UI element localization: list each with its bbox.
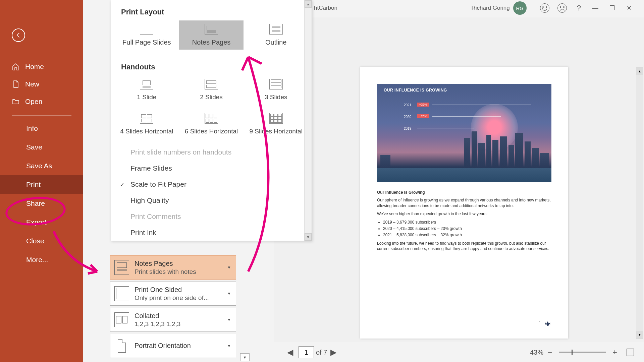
user-avatar[interactable]: RG — [513, 1, 527, 15]
nav-open-label: Open — [25, 98, 42, 106]
slide-skyline — [377, 128, 551, 168]
nav-open[interactable]: Open — [0, 93, 83, 110]
setting-sided-dropdown[interactable]: Print One Sided Only print on one side o… — [110, 282, 236, 306]
chevron-down-icon: ▼ — [227, 291, 231, 296]
handout-2-icon — [205, 79, 218, 89]
chevron-down-icon: ▼ — [227, 317, 231, 322]
fit-to-window-button[interactable] — [627, 349, 634, 356]
prev-page-button[interactable]: ◀ — [287, 348, 293, 357]
option-print-comments: Print Comments — [111, 208, 312, 225]
notes-title: Our Influence Is Growing — [377, 190, 551, 195]
chevron-down-icon: ▼ — [227, 344, 231, 348]
settings-expand-button[interactable]: ▼ — [240, 353, 250, 361]
scroll-up-icon[interactable]: ▲ — [305, 0, 312, 8]
print-preview-area: OUR INFLUENCE IS GROWING 2021 +32% 2020 … — [274, 17, 644, 342]
outline-icon — [269, 24, 283, 35]
notes-pages-icon — [114, 260, 129, 275]
section-print-layout: Print Layout — [111, 0, 312, 20]
option-label: Full Page Slides — [122, 39, 171, 46]
scroll-down-icon[interactable]: ▼ — [636, 331, 643, 338]
minimize-button[interactable]: — — [587, 5, 604, 12]
page-footer: 1 — [377, 319, 551, 327]
notes-bullet: 2019 – 3,679,000 subscribers — [383, 220, 551, 225]
collated-icon — [114, 312, 129, 327]
option-2-slides[interactable]: 2 Slides — [179, 75, 244, 104]
next-page-button[interactable]: ▶ — [330, 348, 336, 357]
setting-subtitle: Only print on one side of... — [135, 294, 232, 302]
setting-orientation-dropdown[interactable]: Portrait Orientation ▼ — [110, 334, 236, 358]
page-total-label: of 7 — [316, 349, 327, 356]
handout-9-icon — [269, 113, 283, 124]
backstage-sidebar: Home New Open Info Save Save As Print Sh… — [0, 0, 83, 362]
slide-badge-2020: +20% — [417, 114, 429, 118]
option-notes-pages[interactable]: Notes Pages — [179, 20, 244, 50]
help-button[interactable]: ? — [577, 4, 581, 12]
option-print-slide-numbers: Print slide numbers on handouts — [111, 144, 312, 160]
username-label: Richard Goring — [471, 5, 509, 11]
zoom-slider-thumb[interactable] — [572, 350, 573, 355]
nav-more[interactable]: More... — [0, 250, 83, 269]
print-settings-column: Notes Pages Print slides with notes ▼ Pr… — [110, 255, 236, 360]
setting-collated-dropdown[interactable]: Collated 1,2,3 1,2,3 1,2,3 ▼ — [110, 308, 236, 332]
portrait-icon — [114, 339, 129, 353]
preview-scrollbar[interactable]: ▲ ▼ — [636, 67, 643, 339]
zoom-in-button[interactable]: + — [612, 348, 617, 357]
restore-button[interactable]: ❐ — [604, 4, 621, 12]
setting-title: Collated — [135, 312, 232, 320]
nav-divider — [12, 115, 71, 116]
notes-paragraph: Our sphere of influence is growing as we… — [377, 197, 551, 209]
slide-title-text: OUR INFLUENCE IS GROWING — [384, 88, 447, 93]
option-high-quality[interactable]: High Quality — [111, 192, 312, 208]
option-full-page-slides[interactable]: Full Page Slides — [114, 20, 179, 50]
option-4-slides-h[interactable]: 4 Slides Horizontal — [114, 110, 179, 138]
feedback-sad-icon[interactable] — [557, 3, 567, 13]
nav-export[interactable]: Export — [0, 213, 83, 232]
setting-subtitle: Print slides with notes — [135, 268, 232, 276]
setting-layout-dropdown[interactable]: Notes Pages Print slides with notes ▼ — [110, 255, 236, 280]
handout-1-icon — [140, 79, 153, 89]
setting-title: Portrait Orientation — [135, 342, 232, 350]
document-title-fragment: htCarbon — [314, 5, 337, 11]
zoom-out-button[interactable]: − — [547, 348, 552, 357]
slide-thumbnail: OUR INFLUENCE IS GROWING 2021 +32% 2020 … — [377, 84, 551, 182]
handout-4-icon — [140, 113, 153, 124]
nav-info[interactable]: Info — [0, 119, 83, 138]
nav-new[interactable]: New — [0, 75, 83, 93]
setting-title: Notes Pages — [135, 260, 232, 267]
nav-save-as[interactable]: Save As — [0, 157, 83, 175]
option-outline[interactable]: Outline — [244, 20, 308, 50]
close-window-button[interactable]: ✕ — [621, 4, 637, 12]
nav-print[interactable]: Print — [0, 175, 83, 194]
footer-logo-icon — [544, 320, 551, 326]
option-scale-to-fit[interactable]: ✓Scale to Fit Paper — [111, 176, 312, 192]
option-frame-slides[interactable]: Frame Slides — [111, 160, 312, 176]
option-9-slides-h[interactable]: 9 Slides Horizontal — [244, 110, 308, 138]
setting-subtitle: 1,2,3 1,2,3 1,2,3 — [135, 320, 232, 328]
option-6-slides-h[interactable]: 6 Slides Horizontal — [179, 110, 244, 138]
svg-point-0 — [546, 323, 549, 326]
handout-6-icon — [205, 113, 218, 124]
notes-bullet: 2020 – 4,415,000 subscribers – 20% growt… — [383, 226, 551, 232]
scroll-up-icon[interactable]: ▲ — [636, 67, 643, 75]
option-label: 3 Slides — [265, 94, 287, 101]
section-handouts: Handouts — [111, 55, 312, 75]
preview-page: OUR INFLUENCE IS GROWING 2021 +32% 2020 … — [360, 67, 568, 339]
option-label: 6 Slides Horizontal — [185, 128, 238, 135]
handout-3-icon — [269, 79, 283, 89]
nav-share[interactable]: Share — [0, 194, 83, 213]
nav-save[interactable]: Save — [0, 138, 83, 157]
slide-line — [432, 116, 501, 117]
nav-home[interactable]: Home — [0, 58, 83, 75]
notes-pages-icon — [205, 24, 218, 35]
back-button[interactable] — [12, 28, 25, 42]
zoom-slider[interactable] — [559, 352, 606, 353]
feedback-happy-icon[interactable] — [540, 3, 549, 13]
notes-bullet-list: 2019 – 3,679,000 subscribers 2020 – 4,41… — [377, 220, 551, 238]
option-print-ink[interactable]: Print Ink — [111, 225, 312, 241]
notes-paragraph: We've seen higher than expected growth i… — [377, 211, 551, 217]
option-1-slide[interactable]: 1 Slide — [114, 75, 179, 104]
chevron-down-icon: ▼ — [227, 265, 231, 270]
option-3-slides[interactable]: 3 Slides — [244, 75, 308, 104]
nav-close[interactable]: Close — [0, 232, 83, 250]
page-number-input[interactable] — [299, 346, 314, 358]
